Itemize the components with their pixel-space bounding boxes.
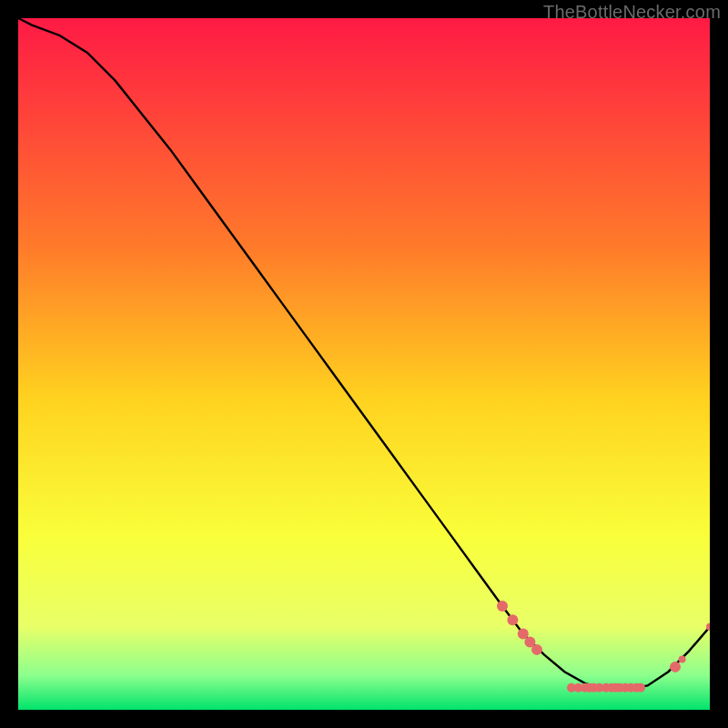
gradient-bg <box>18 18 710 710</box>
chart-stage: TheBottleNecker.com <box>0 0 728 728</box>
bottleneck-chart <box>18 18 710 710</box>
data-marker <box>531 644 542 655</box>
data-marker <box>497 601 508 612</box>
data-marker <box>507 614 518 625</box>
data-marker <box>636 683 645 693</box>
data-marker <box>679 656 686 663</box>
data-marker <box>670 662 681 672</box>
